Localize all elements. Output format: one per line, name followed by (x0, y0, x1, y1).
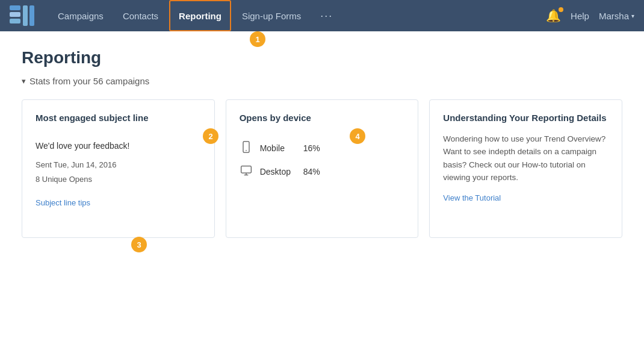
card1-sent1: Sent Tue, Jun 14, 2016 (36, 159, 201, 172)
help-link[interactable]: Help (571, 11, 589, 21)
mobile-pct: 16% (303, 143, 320, 153)
card3-title: Understanding Your Reporting Details (443, 112, 608, 124)
desktop-label: Desktop (260, 167, 296, 176)
nav-campaigns[interactable]: Campaigns (49, 0, 112, 31)
device-mobile-row: Mobile 16% (240, 141, 405, 156)
chevron-down-icon: ▾ (22, 77, 26, 86)
user-caret-icon: ▾ (631, 13, 634, 19)
logo[interactable] (10, 5, 35, 26)
view-tutorial-link[interactable]: View the Tutorial (443, 193, 501, 202)
callout-badge-2: 2 (203, 128, 218, 144)
desktop-pct: 84% (303, 167, 320, 176)
card2-title: Opens by device (240, 112, 311, 124)
desktop-icon (240, 164, 253, 180)
svg-rect-3 (23, 5, 28, 26)
svg-rect-2 (10, 19, 20, 23)
notification-bell[interactable]: 🔔 (546, 8, 561, 23)
cards-row: Most engaged subject line We'd love your… (22, 99, 622, 238)
svg-rect-7 (241, 166, 251, 173)
mobile-label: Mobile (260, 143, 296, 153)
card-opens-by-device: Opens by device Mobile 16% (226, 99, 419, 238)
nav-contacts[interactable]: Contacts (114, 0, 167, 31)
svg-rect-0 (10, 5, 20, 10)
card-most-engaged: Most engaged subject line We'd love your… (22, 99, 215, 238)
mobile-icon (240, 141, 253, 156)
navbar: Campaigns Contacts Reporting Sign-up For… (0, 0, 644, 31)
notification-dot (559, 7, 563, 12)
nav-more[interactable]: ··· (312, 0, 341, 31)
card1-sent2: 8 Unique Opens (36, 173, 201, 186)
nav-reporting[interactable]: Reporting (169, 0, 231, 31)
stats-header-text: Stats from your 56 campaigns (29, 76, 149, 86)
nav-links: Campaigns Contacts Reporting Sign-up For… (49, 0, 546, 31)
nav-signup-forms[interactable]: Sign-up Forms (234, 0, 309, 31)
callout-badge-4: 4 (350, 128, 365, 144)
nav-right: 🔔 Help Marsha ▾ (546, 8, 634, 23)
svg-rect-4 (29, 5, 34, 26)
card1-subject: We'd love your feedback! (36, 141, 201, 151)
stats-header[interactable]: ▾ Stats from your 56 campaigns (22, 76, 622, 86)
user-name: Marsha (599, 11, 629, 21)
user-menu[interactable]: Marsha ▾ (599, 11, 634, 21)
card3-body: Wondering how to use your Trend Overview… (443, 133, 608, 184)
callout-badge-3: 3 (131, 237, 147, 252)
device-desktop-row: Desktop 84% (240, 164, 405, 180)
card1-title: Most engaged subject line (36, 112, 149, 124)
card-understanding: Understanding Your Reporting Details Won… (429, 99, 622, 238)
subject-line-tips-link[interactable]: Subject line tips (36, 198, 90, 207)
page-title: Reporting (22, 48, 622, 67)
callout-badge-1: 1 (250, 31, 265, 47)
svg-rect-1 (10, 12, 20, 17)
main-content: Reporting ▾ Stats from your 56 campaigns… (0, 31, 644, 356)
svg-point-6 (246, 150, 247, 151)
